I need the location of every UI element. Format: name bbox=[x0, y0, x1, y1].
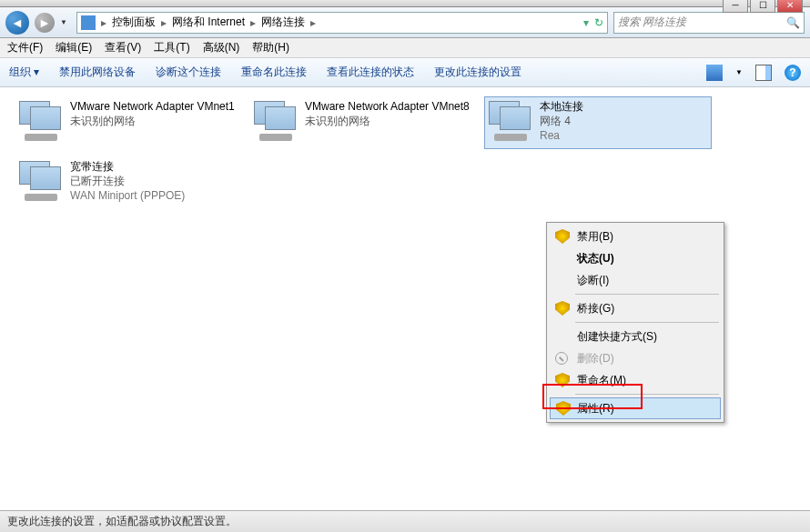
menu-edit[interactable]: 编辑(E) bbox=[56, 40, 92, 55]
ctx-delete: 删除(D) bbox=[550, 347, 721, 369]
menu-help[interactable]: 帮助(H) bbox=[252, 40, 289, 55]
connection-status: 未识别的网络 bbox=[305, 114, 470, 128]
network-adapter-icon bbox=[254, 101, 298, 137]
statusbar-text: 更改此连接的设置，如适配器或协议配置设置。 bbox=[7, 514, 237, 529]
network-adapter-icon bbox=[19, 161, 63, 197]
dropdown-icon[interactable]: ▾ bbox=[583, 16, 589, 29]
connection-name: VMware Network Adapter VMnet1 bbox=[70, 99, 235, 114]
connection-item[interactable]: VMware Network Adapter VMnet8 未识别的网络 bbox=[249, 96, 477, 149]
view-mode-icon[interactable] bbox=[706, 65, 723, 81]
back-button[interactable]: ◄ bbox=[5, 11, 29, 35]
connection-status: 网络 4 bbox=[540, 114, 583, 128]
diagnose-button[interactable]: 诊断这个连接 bbox=[156, 65, 221, 80]
change-settings-button[interactable]: 更改此连接的设置 bbox=[434, 65, 521, 80]
disable-device-button[interactable]: 禁用此网络设备 bbox=[59, 65, 136, 80]
address-bar[interactable]: ▸ 控制面板 ▸ 网络和 Internet ▸ 网络连接 ▸ ▾ ↻ bbox=[76, 12, 608, 34]
menu-tools[interactable]: 工具(T) bbox=[154, 40, 189, 55]
ctx-properties[interactable]: 属性(R) bbox=[550, 397, 721, 419]
menu-view[interactable]: 查看(V) bbox=[105, 40, 141, 55]
organize-button[interactable]: 组织 ▾ bbox=[9, 65, 39, 80]
connection-name: 本地连接 bbox=[540, 99, 583, 114]
network-adapter-icon bbox=[489, 101, 532, 137]
forward-button[interactable]: ► bbox=[35, 13, 55, 33]
context-separator bbox=[575, 394, 719, 395]
rename-button[interactable]: 重命名此连接 bbox=[241, 65, 307, 80]
connection-item[interactable]: 宽带连接 已断开连接 WAN Miniport (PPPOE) bbox=[15, 156, 242, 209]
breadcrumb-sep: ▸ bbox=[248, 16, 258, 29]
ctx-shortcut[interactable]: 创建快捷方式(S) bbox=[550, 326, 721, 347]
breadcrumb-seg1[interactable]: 控制面板 bbox=[112, 15, 156, 30]
breadcrumb-seg3[interactable]: 网络连接 bbox=[261, 15, 305, 30]
connection-name: VMware Network Adapter VMnet8 bbox=[305, 99, 470, 114]
menu-file[interactable]: 文件(F) bbox=[7, 40, 43, 55]
connection-item[interactable]: VMware Network Adapter VMnet1 未识别的网络 bbox=[15, 96, 242, 149]
connection-device: Rea bbox=[540, 128, 583, 143]
breadcrumb-sep: ▸ bbox=[99, 16, 108, 29]
search-placeholder: 搜索 网络连接 bbox=[618, 15, 686, 30]
toolbar: 组织 ▾ 禁用此网络设备 诊断这个连接 重命名此连接 查看此连接的状态 更改此连… bbox=[0, 58, 810, 87]
ctx-disable[interactable]: 禁用(B) bbox=[550, 226, 721, 247]
preview-pane-icon[interactable] bbox=[755, 65, 772, 81]
menubar: 文件(F) 编辑(E) 查看(V) 工具(T) 高级(N) 帮助(H) bbox=[0, 38, 810, 58]
search-icon[interactable]: 🔍 bbox=[786, 16, 800, 29]
close-button[interactable]: ✕ bbox=[777, 0, 803, 13]
connection-status: 已断开连接 bbox=[70, 174, 185, 188]
view-status-button[interactable]: 查看此连接的状态 bbox=[327, 65, 414, 80]
ctx-diagnose[interactable]: 诊断(I) bbox=[550, 269, 721, 291]
context-menu: 禁用(B) 状态(U) 诊断(I) 桥接(G) 创建快捷方式(S) 删除(D) … bbox=[546, 222, 724, 423]
titlebar: ─ ☐ ✕ bbox=[0, 0, 810, 7]
shield-icon bbox=[556, 401, 571, 416]
ctx-rename[interactable]: 重命名(M) bbox=[550, 369, 721, 391]
connection-name: 宽带连接 bbox=[70, 159, 185, 174]
context-separator bbox=[575, 322, 719, 323]
history-dropdown[interactable]: ▼ bbox=[60, 18, 71, 26]
breadcrumb-seg2[interactable]: 网络和 Internet bbox=[172, 15, 245, 30]
connection-item-local[interactable]: 本地连接 网络 4 Rea bbox=[484, 96, 712, 149]
connection-status: 未识别的网络 bbox=[70, 114, 235, 128]
breadcrumb-sep: ▸ bbox=[309, 16, 318, 29]
context-separator bbox=[575, 294, 719, 295]
shield-icon bbox=[555, 373, 570, 387]
ctx-status[interactable]: 状态(U) bbox=[550, 247, 721, 269]
ctx-bridge[interactable]: 桥接(G) bbox=[550, 297, 721, 319]
breadcrumb-sep: ▸ bbox=[159, 16, 168, 29]
shield-icon bbox=[555, 301, 570, 316]
navigation-bar: ◄ ► ▼ ▸ 控制面板 ▸ 网络和 Internet ▸ 网络连接 ▸ ▾ ↻… bbox=[0, 7, 810, 38]
menu-advanced[interactable]: 高级(N) bbox=[203, 40, 240, 55]
search-input[interactable]: 搜索 网络连接 🔍 bbox=[613, 12, 805, 34]
minimize-button[interactable]: ─ bbox=[723, 0, 748, 13]
help-icon[interactable]: ? bbox=[785, 65, 801, 81]
content-area: VMware Network Adapter VMnet1 未识别的网络 VMw… bbox=[0, 87, 810, 510]
network-adapter-icon bbox=[19, 101, 63, 137]
view-dropdown-icon[interactable]: ▼ bbox=[735, 68, 743, 76]
connection-device: WAN Miniport (PPPOE) bbox=[70, 188, 185, 203]
refresh-icon[interactable]: ↻ bbox=[594, 16, 603, 29]
shield-icon bbox=[555, 229, 570, 244]
location-icon bbox=[81, 15, 96, 30]
maximize-button[interactable]: ☐ bbox=[750, 0, 775, 13]
statusbar: 更改此连接的设置，如适配器或协议配置设置。 bbox=[0, 510, 810, 532]
delete-icon bbox=[555, 352, 568, 365]
